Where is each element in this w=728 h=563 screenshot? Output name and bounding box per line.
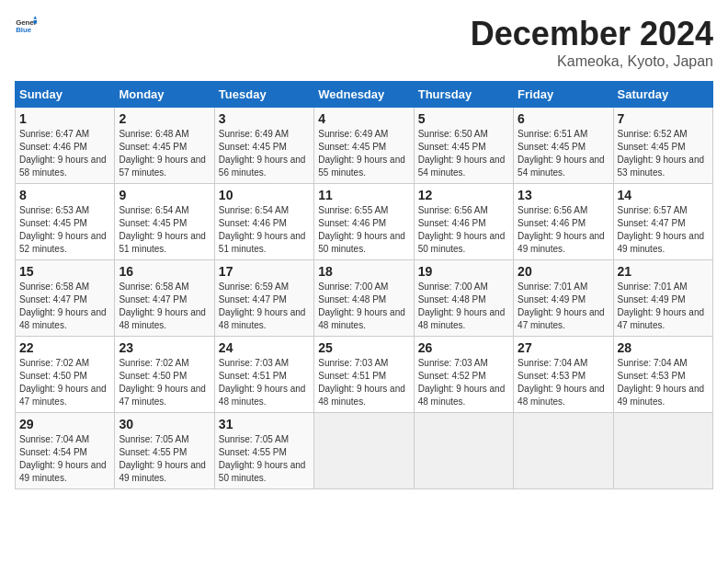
day-number: 29	[19, 417, 110, 431]
calendar-cell: 21Sunrise: 7:01 AMSunset: 4:49 PMDayligh…	[613, 260, 712, 337]
day-info: Sunrise: 7:05 AMSunset: 4:55 PMDaylight:…	[219, 433, 310, 485]
day-number: 25	[318, 340, 409, 355]
day-number: 15	[19, 264, 110, 279]
day-info: Sunrise: 7:04 AMSunset: 4:53 PMDaylight:…	[618, 357, 709, 408]
calendar-cell: 24Sunrise: 7:03 AMSunset: 4:51 PMDayligh…	[214, 337, 313, 413]
day-info: Sunrise: 7:01 AMSunset: 4:49 PMDaylight:…	[618, 281, 709, 332]
calendar-cell: 17Sunrise: 6:59 AMSunset: 4:47 PMDayligh…	[214, 260, 313, 337]
calendar-cell: 7Sunrise: 6:52 AMSunset: 4:45 PMDaylight…	[613, 108, 712, 184]
weekday-header-sunday: Sunday	[16, 82, 115, 108]
weekday-header-monday: Monday	[115, 82, 214, 108]
calendar-cell: 16Sunrise: 6:58 AMSunset: 4:47 PMDayligh…	[115, 260, 214, 337]
logo: General Blue	[15, 15, 37, 37]
calendar-cell: 12Sunrise: 6:56 AMSunset: 4:46 PMDayligh…	[414, 184, 513, 260]
day-info: Sunrise: 7:04 AMSunset: 4:53 PMDaylight:…	[518, 357, 609, 408]
day-info: Sunrise: 7:03 AMSunset: 4:51 PMDaylight:…	[219, 357, 310, 408]
day-number: 2	[119, 111, 210, 126]
calendar-cell: 11Sunrise: 6:55 AMSunset: 4:46 PMDayligh…	[314, 184, 414, 260]
weekday-header-thursday: Thursday	[414, 82, 513, 108]
calendar-cell: 31Sunrise: 7:05 AMSunset: 4:55 PMDayligh…	[214, 413, 313, 489]
calendar-cell: 29Sunrise: 7:04 AMSunset: 4:54 PMDayligh…	[16, 413, 115, 489]
calendar-cell: 4Sunrise: 6:49 AMSunset: 4:45 PMDaylight…	[314, 108, 414, 184]
calendar-cell: 9Sunrise: 6:54 AMSunset: 4:45 PMDaylight…	[115, 184, 214, 260]
day-number: 27	[518, 340, 609, 355]
calendar-cell: 28Sunrise: 7:04 AMSunset: 4:53 PMDayligh…	[613, 337, 712, 413]
day-info: Sunrise: 6:58 AMSunset: 4:47 PMDaylight:…	[19, 281, 110, 332]
calendar-cell: 22Sunrise: 7:02 AMSunset: 4:50 PMDayligh…	[16, 337, 115, 413]
day-info: Sunrise: 6:58 AMSunset: 4:47 PMDaylight:…	[119, 281, 210, 332]
calendar-cell: 23Sunrise: 7:02 AMSunset: 4:50 PMDayligh…	[115, 337, 214, 413]
day-info: Sunrise: 7:03 AMSunset: 4:51 PMDaylight:…	[318, 357, 409, 408]
day-info: Sunrise: 6:52 AMSunset: 4:45 PMDaylight:…	[618, 128, 709, 179]
calendar-table: SundayMondayTuesdayWednesdayThursdayFrid…	[15, 81, 713, 489]
calendar-cell: 6Sunrise: 6:51 AMSunset: 4:45 PMDaylight…	[514, 108, 613, 184]
calendar-cell	[414, 413, 513, 489]
calendar-cell: 26Sunrise: 7:03 AMSunset: 4:52 PMDayligh…	[414, 337, 513, 413]
day-number: 24	[219, 340, 310, 355]
day-info: Sunrise: 6:56 AMSunset: 4:46 PMDaylight:…	[518, 204, 609, 256]
calendar-cell: 1Sunrise: 6:47 AMSunset: 4:46 PMDaylight…	[16, 108, 115, 184]
day-number: 20	[518, 264, 609, 279]
day-number: 11	[318, 188, 409, 202]
day-info: Sunrise: 6:54 AMSunset: 4:46 PMDaylight:…	[219, 204, 310, 256]
day-info: Sunrise: 6:49 AMSunset: 4:45 PMDaylight:…	[318, 128, 409, 179]
calendar-week-row: 8Sunrise: 6:53 AMSunset: 4:45 PMDaylight…	[16, 184, 713, 260]
calendar-cell: 25Sunrise: 7:03 AMSunset: 4:51 PMDayligh…	[314, 337, 414, 413]
day-number: 10	[219, 188, 310, 202]
calendar-cell	[314, 413, 414, 489]
calendar-cell: 27Sunrise: 7:04 AMSunset: 4:53 PMDayligh…	[514, 337, 613, 413]
day-info: Sunrise: 6:50 AMSunset: 4:45 PMDaylight:…	[418, 128, 509, 179]
day-info: Sunrise: 6:59 AMSunset: 4:47 PMDaylight:…	[219, 281, 310, 332]
weekday-header-wednesday: Wednesday	[314, 82, 414, 108]
day-info: Sunrise: 6:47 AMSunset: 4:46 PMDaylight:…	[19, 128, 110, 179]
day-number: 3	[219, 111, 310, 126]
day-info: Sunrise: 7:05 AMSunset: 4:55 PMDaylight:…	[119, 433, 210, 485]
weekday-header-saturday: Saturday	[613, 82, 712, 108]
page-header: General Blue December 2024 Kameoka, Kyot…	[15, 15, 713, 70]
day-number: 13	[518, 188, 609, 202]
day-number: 8	[19, 188, 110, 202]
location: Kameoka, Kyoto, Japan	[471, 53, 713, 70]
day-number: 18	[318, 264, 409, 279]
day-info: Sunrise: 6:56 AMSunset: 4:46 PMDaylight:…	[418, 204, 509, 256]
weekday-header-tuesday: Tuesday	[214, 82, 313, 108]
calendar-week-row: 22Sunrise: 7:02 AMSunset: 4:50 PMDayligh…	[16, 337, 713, 413]
calendar-cell: 5Sunrise: 6:50 AMSunset: 4:45 PMDaylight…	[414, 108, 513, 184]
title-area: December 2024 Kameoka, Kyoto, Japan	[471, 15, 713, 70]
day-number: 1	[19, 111, 110, 126]
weekday-header-friday: Friday	[514, 82, 613, 108]
calendar-week-row: 15Sunrise: 6:58 AMSunset: 4:47 PMDayligh…	[16, 260, 713, 337]
day-number: 12	[418, 188, 509, 202]
day-number: 14	[618, 188, 709, 202]
svg-text:Blue: Blue	[16, 26, 32, 34]
calendar-week-row: 1Sunrise: 6:47 AMSunset: 4:46 PMDaylight…	[16, 108, 713, 184]
day-info: Sunrise: 7:04 AMSunset: 4:54 PMDaylight:…	[19, 433, 110, 485]
logo-icon: General Blue	[15, 15, 37, 37]
day-number: 26	[418, 340, 509, 355]
day-info: Sunrise: 6:53 AMSunset: 4:45 PMDaylight:…	[19, 204, 110, 256]
day-number: 22	[19, 340, 110, 355]
day-info: Sunrise: 7:00 AMSunset: 4:48 PMDaylight:…	[418, 281, 509, 332]
day-info: Sunrise: 6:57 AMSunset: 4:47 PMDaylight:…	[618, 204, 709, 256]
day-number: 7	[618, 111, 709, 126]
calendar-week-row: 29Sunrise: 7:04 AMSunset: 4:54 PMDayligh…	[16, 413, 713, 489]
day-info: Sunrise: 7:01 AMSunset: 4:49 PMDaylight:…	[518, 281, 609, 332]
day-info: Sunrise: 6:54 AMSunset: 4:45 PMDaylight:…	[119, 204, 210, 256]
day-info: Sunrise: 6:55 AMSunset: 4:46 PMDaylight:…	[318, 204, 409, 256]
day-number: 21	[618, 264, 709, 279]
svg-marker-2	[33, 16, 37, 19]
calendar-cell: 18Sunrise: 7:00 AMSunset: 4:48 PMDayligh…	[314, 260, 414, 337]
day-number: 6	[518, 111, 609, 126]
calendar-cell: 8Sunrise: 6:53 AMSunset: 4:45 PMDaylight…	[16, 184, 115, 260]
svg-marker-3	[33, 20, 37, 24]
day-number: 5	[418, 111, 509, 126]
calendar-cell: 2Sunrise: 6:48 AMSunset: 4:45 PMDaylight…	[115, 108, 214, 184]
day-number: 9	[119, 188, 210, 202]
calendar-cell: 30Sunrise: 7:05 AMSunset: 4:55 PMDayligh…	[115, 413, 214, 489]
day-info: Sunrise: 6:49 AMSunset: 4:45 PMDaylight:…	[219, 128, 310, 179]
day-number: 17	[219, 264, 310, 279]
calendar-cell: 19Sunrise: 7:00 AMSunset: 4:48 PMDayligh…	[414, 260, 513, 337]
calendar-cell	[514, 413, 613, 489]
month-title: December 2024	[471, 15, 713, 53]
day-info: Sunrise: 6:51 AMSunset: 4:45 PMDaylight:…	[518, 128, 609, 179]
